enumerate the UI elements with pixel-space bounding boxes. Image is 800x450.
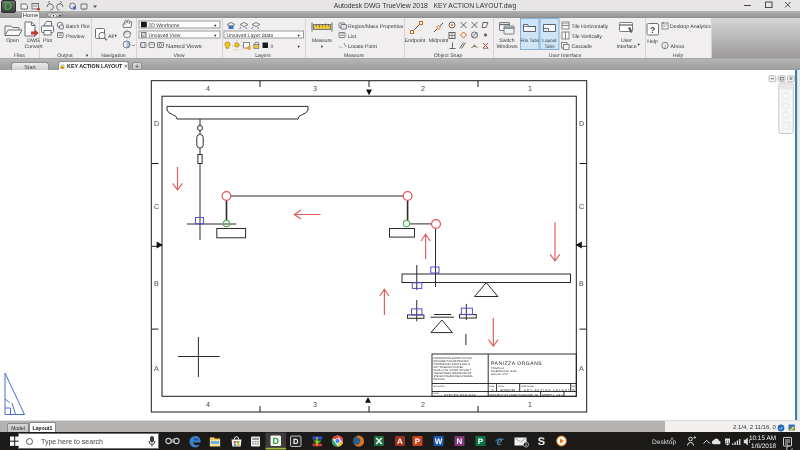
svg-text:PANIZZA ORGANS: PANIZZA ORGANS — [491, 361, 542, 367]
svg-text:About: About — [671, 44, 685, 50]
svg-text:A: A — [492, 388, 494, 392]
svg-text:1: 1 — [528, 400, 532, 409]
svg-text:»: » — [671, 436, 674, 442]
svg-text:Region/Mass Properties: Region/Mass Properties — [348, 24, 404, 30]
svg-text:REV: REV — [571, 385, 576, 388]
svg-text:DWG NAME: DWG NAME — [521, 385, 534, 388]
svg-text:i: i — [664, 44, 665, 50]
svg-text:File Tabs: File Tabs — [520, 38, 540, 44]
svg-text:N: N — [457, 437, 463, 446]
svg-text:U: U — [726, 440, 730, 446]
svg-text:10:15 AM: 10:15 AM — [749, 435, 776, 442]
svg-text:Locate Point: Locate Point — [348, 44, 377, 50]
svg-text:MATERIAL: MATERIAL — [434, 385, 446, 388]
svg-text:2D Wireframe: 2D Wireframe — [149, 23, 180, 29]
svg-text:PROJECT ST. MARY'S RACINE, WI: PROJECT ST. MARY'S RACINE, WI — [490, 393, 539, 397]
svg-text:4: 4 — [206, 84, 210, 93]
svg-text:Layout: Layout — [542, 38, 557, 44]
svg-text:1: 1 — [528, 84, 532, 93]
svg-text:Unsaved Layer State: Unsaved Layer State — [227, 33, 274, 39]
svg-text:Tile Horizontally: Tile Horizontally — [572, 24, 609, 30]
svg-text:Tabs: Tabs — [544, 44, 555, 50]
svg-text:Help: Help — [647, 39, 658, 45]
svg-text:OF 1: OF 1 — [557, 393, 564, 397]
svg-text:All: All — [108, 34, 114, 40]
svg-text:B: B — [579, 279, 584, 288]
svg-text:D: D — [272, 436, 279, 446]
svg-text:CALEDONIA MI 49316: CALEDONIA MI 49316 — [491, 370, 517, 373]
svg-text:D: D — [579, 119, 584, 128]
svg-text:(616) 217-1797: (616) 217-1797 — [491, 373, 508, 376]
svg-text:S: S — [538, 436, 545, 448]
svg-text:Open: Open — [6, 38, 19, 44]
svg-text:Preview: Preview — [66, 34, 85, 40]
svg-text:3: 3 — [313, 400, 317, 409]
svg-text:Cascade: Cascade — [572, 44, 593, 50]
svg-text:1/6/2018: 1/6/2018 — [751, 443, 776, 450]
svg-text:W: W — [435, 437, 443, 446]
svg-text:A: A — [579, 364, 584, 373]
svg-text:0: 0 — [271, 44, 274, 50]
svg-text:Endpoint: Endpoint — [405, 38, 426, 44]
svg-text:PO BOX 21: PO BOX 21 — [491, 367, 504, 370]
svg-text:C: C — [579, 202, 584, 211]
svg-text:▾: ▾ — [298, 44, 301, 49]
svg-text:P: P — [478, 437, 484, 446]
svg-text:Unsaved View: Unsaved View — [149, 33, 181, 39]
svg-text:Desktop Analytics: Desktop Analytics — [670, 24, 711, 30]
svg-text:Windows: Windows — [496, 44, 517, 50]
svg-text:ORGANS.: ORGANS. — [434, 378, 446, 381]
svg-text:SHEET 1: SHEET 1 — [542, 393, 555, 397]
svg-text:Plot: Plot — [43, 38, 52, 44]
svg-text:30 NOV 99: 30 NOV 99 — [500, 388, 515, 392]
svg-text:2: 2 — [421, 400, 425, 409]
svg-text:B: B — [573, 388, 575, 392]
svg-text:Convert: Convert — [24, 44, 43, 50]
svg-text:STEVEN PANIZZA: STEVEN PANIZZA — [444, 393, 476, 397]
svg-text:A: A — [154, 364, 159, 373]
svg-text:▾: ▾ — [638, 42, 641, 47]
svg-text:DATE: DATE — [498, 385, 504, 388]
svg-text:A: A — [397, 437, 403, 446]
svg-text:Interface: Interface — [616, 44, 636, 50]
svg-text:List: List — [348, 34, 357, 40]
svg-text:e: e — [497, 434, 503, 448]
svg-text:Batch Plot: Batch Plot — [66, 24, 90, 30]
svg-text:DRN: DRN — [434, 392, 439, 395]
svg-text:▾: ▾ — [321, 44, 324, 49]
svg-text:?: ? — [650, 25, 655, 35]
svg-text:D: D — [293, 437, 299, 446]
svg-text:Midpoint: Midpoint — [429, 38, 449, 44]
svg-text:D: D — [154, 119, 159, 128]
svg-text:Tile Vertically: Tile Vertically — [572, 34, 603, 40]
svg-text:2: 2 — [421, 84, 425, 93]
svg-text:⌙: ⌙ — [339, 44, 343, 50]
svg-text:P: P — [415, 437, 421, 446]
svg-text:B: B — [154, 279, 159, 288]
svg-text:3: 3 — [313, 84, 317, 93]
svg-text:KEY ACTION LAYOUT: KEY ACTION LAYOUT — [524, 388, 571, 392]
svg-text:C: C — [154, 202, 159, 211]
svg-text:4: 4 — [206, 400, 210, 409]
svg-text:▾: ▾ — [115, 33, 118, 38]
svg-text:Named Views: Named Views — [166, 43, 202, 50]
svg-text:SIZE: SIZE — [489, 385, 494, 388]
